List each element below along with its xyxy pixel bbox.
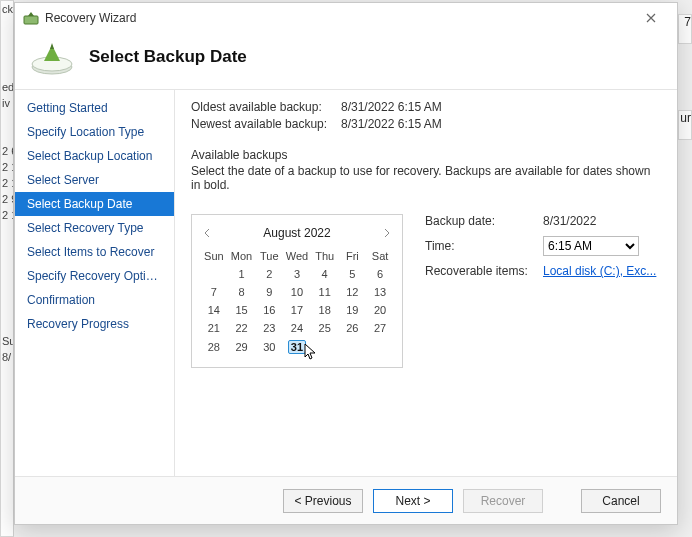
calendar-day bbox=[339, 337, 367, 357]
oldest-backup-label: Oldest available backup: bbox=[191, 100, 331, 114]
backup-details: Backup date: 8/31/2022 Time: 6:15 AM Rec… bbox=[425, 214, 661, 286]
calendar-day[interactable]: 3 bbox=[283, 265, 311, 283]
page-heading: Select Backup Date bbox=[89, 47, 247, 67]
calendar[interactable]: August 2022 SunMonTueWedThuFriSat 123456… bbox=[191, 214, 403, 368]
calendar-day[interactable]: 17 bbox=[283, 301, 311, 319]
calendar-day[interactable]: 7 bbox=[200, 283, 228, 301]
wizard-icon bbox=[29, 39, 75, 75]
calendar-day[interactable]: 19 bbox=[339, 301, 367, 319]
wizard-step[interactable]: Confirmation bbox=[15, 288, 174, 312]
wizard-step[interactable]: Select Recovery Type bbox=[15, 216, 174, 240]
calendar-title: August 2022 bbox=[263, 226, 330, 240]
calendar-day[interactable]: 23 bbox=[255, 319, 283, 337]
calendar-day[interactable]: 26 bbox=[339, 319, 367, 337]
oldest-backup-value: 8/31/2022 6:15 AM bbox=[341, 100, 442, 114]
cancel-button[interactable]: Cancel bbox=[581, 489, 661, 513]
calendar-day[interactable]: 27 bbox=[366, 319, 394, 337]
available-backups-title: Available backups bbox=[191, 148, 661, 162]
calendar-weekday: Thu bbox=[311, 247, 339, 265]
close-icon bbox=[646, 13, 656, 23]
calendar-day[interactable]: 24 bbox=[283, 319, 311, 337]
background-left-strip: ck edi iv 2 6 2 1 2 1 2 9 2 1 Su 8/ bbox=[0, 0, 14, 537]
calendar-day[interactable]: 30 bbox=[255, 337, 283, 357]
wizard-header: Select Backup Date bbox=[15, 33, 677, 90]
calendar-day[interactable]: 8 bbox=[228, 283, 256, 301]
calendar-day[interactable]: 31 bbox=[283, 337, 311, 357]
calendar-day[interactable]: 20 bbox=[366, 301, 394, 319]
titlebar: Recovery Wizard bbox=[15, 3, 677, 33]
calendar-day[interactable]: 21 bbox=[200, 319, 228, 337]
wizard-step[interactable]: Specify Recovery Options bbox=[15, 264, 174, 288]
calendar-day bbox=[200, 265, 228, 283]
calendar-weekday: Tue bbox=[255, 247, 283, 265]
calendar-weekday: Fri bbox=[339, 247, 367, 265]
wizard-step[interactable]: Recovery Progress bbox=[15, 312, 174, 336]
wizard-step[interactable]: Getting Started bbox=[15, 96, 174, 120]
chevron-left-icon bbox=[204, 229, 210, 237]
recovery-wizard-dialog: Recovery Wizard Select Backup Date Getti… bbox=[14, 2, 678, 525]
calendar-day[interactable]: 10 bbox=[283, 283, 311, 301]
chevron-right-icon bbox=[384, 229, 390, 237]
wizard-footer: < Previous Next > Recover Cancel bbox=[15, 476, 677, 524]
calendar-day[interactable]: 28 bbox=[200, 337, 228, 357]
next-button[interactable]: Next > bbox=[373, 489, 453, 513]
wizard-content: Oldest available backup: 8/31/2022 6:15 … bbox=[175, 90, 677, 476]
wizard-step[interactable]: Select Backup Location bbox=[15, 144, 174, 168]
calendar-day[interactable]: 13 bbox=[366, 283, 394, 301]
app-icon bbox=[23, 10, 39, 26]
calendar-day[interactable]: 29 bbox=[228, 337, 256, 357]
wizard-body: Getting StartedSpecify Location TypeSele… bbox=[15, 90, 677, 476]
calendar-day[interactable]: 15 bbox=[228, 301, 256, 319]
calendar-weekday: Wed bbox=[283, 247, 311, 265]
calendar-day[interactable]: 6 bbox=[366, 265, 394, 283]
previous-button[interactable]: < Previous bbox=[283, 489, 363, 513]
calendar-day[interactable]: 22 bbox=[228, 319, 256, 337]
calendar-weekday: Mon bbox=[228, 247, 256, 265]
calendar-day[interactable]: 16 bbox=[255, 301, 283, 319]
backup-date-label: Backup date: bbox=[425, 214, 543, 228]
calendar-day[interactable]: 11 bbox=[311, 283, 339, 301]
recoverable-items-label: Recoverable items: bbox=[425, 264, 543, 278]
calendar-weekday: Sun bbox=[200, 247, 228, 265]
recover-button[interactable]: Recover bbox=[463, 489, 543, 513]
backup-time-label: Time: bbox=[425, 239, 543, 253]
calendar-grid: SunMonTueWedThuFriSat 123456789101112131… bbox=[200, 247, 394, 357]
newest-backup-row: Newest available backup: 8/31/2022 6:15 … bbox=[191, 117, 661, 131]
calendar-prev-month[interactable] bbox=[200, 223, 214, 243]
window-title: Recovery Wizard bbox=[45, 11, 633, 25]
wizard-step[interactable]: Select Server bbox=[15, 168, 174, 192]
calendar-day[interactable]: 5 bbox=[339, 265, 367, 283]
backup-date-value: 8/31/2022 bbox=[543, 214, 596, 228]
screen: ck edi iv 2 6 2 1 2 1 2 9 2 1 Su 8/ 7 ur… bbox=[0, 0, 692, 537]
oldest-backup-row: Oldest available backup: 8/31/2022 6:15 … bbox=[191, 100, 661, 114]
calendar-day bbox=[366, 337, 394, 357]
svg-rect-0 bbox=[24, 16, 38, 24]
calendar-day bbox=[311, 337, 339, 357]
newest-backup-value: 8/31/2022 6:15 AM bbox=[341, 117, 442, 131]
calendar-day[interactable]: 12 bbox=[339, 283, 367, 301]
wizard-step[interactable]: Select Items to Recover bbox=[15, 240, 174, 264]
calendar-weekday: Sat bbox=[366, 247, 394, 265]
calendar-day[interactable]: 2 bbox=[255, 265, 283, 283]
calendar-day[interactable]: 18 bbox=[311, 301, 339, 319]
available-backups-desc: Select the date of a backup to use for r… bbox=[191, 164, 661, 192]
backup-time-select[interactable]: 6:15 AM bbox=[543, 236, 639, 256]
wizard-step[interactable]: Specify Location Type bbox=[15, 120, 174, 144]
calendar-day[interactable]: 14 bbox=[200, 301, 228, 319]
recoverable-items-link[interactable]: Local disk (C:), Exc... bbox=[543, 264, 656, 278]
calendar-day[interactable]: 4 bbox=[311, 265, 339, 283]
background-right-frag-2: ur bbox=[678, 110, 692, 140]
calendar-day[interactable]: 1 bbox=[228, 265, 256, 283]
close-button[interactable] bbox=[633, 6, 669, 30]
calendar-day[interactable]: 25 bbox=[311, 319, 339, 337]
wizard-step[interactable]: Select Backup Date bbox=[15, 192, 174, 216]
background-right-frag-1: 7 bbox=[678, 14, 692, 44]
calendar-next-month[interactable] bbox=[380, 223, 394, 243]
calendar-day[interactable]: 9 bbox=[255, 283, 283, 301]
newest-backup-label: Newest available backup: bbox=[191, 117, 331, 131]
wizard-steps-nav: Getting StartedSpecify Location TypeSele… bbox=[15, 90, 175, 476]
